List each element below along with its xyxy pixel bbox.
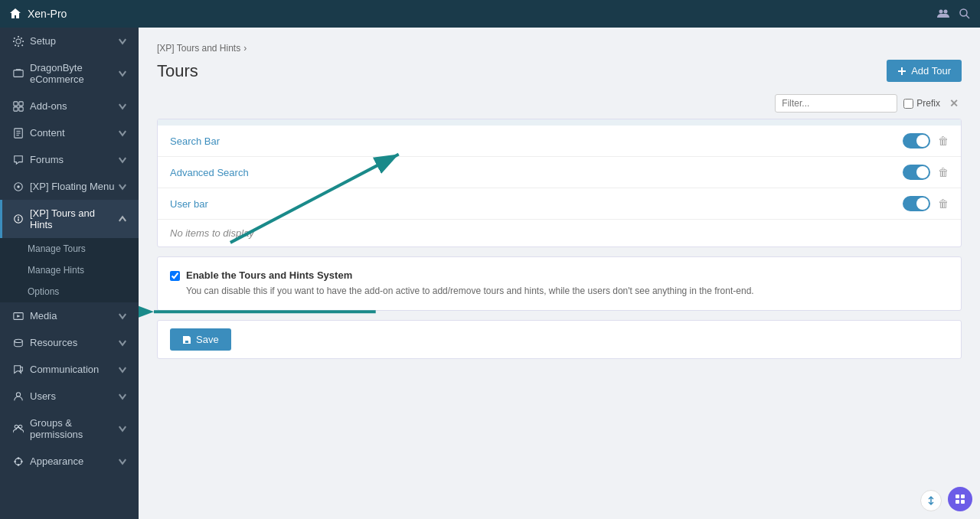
tour-delete-user-bar[interactable]: 🗑	[938, 197, 949, 210]
tour-row-advanced-search: Advanced Search 🗑	[158, 157, 961, 188]
sidebar-label-users: Users	[30, 390, 56, 402]
tour-delete-search-bar[interactable]: 🗑	[938, 135, 949, 147]
chevron-media	[117, 311, 128, 322]
add-tour-label: Add Tour	[911, 65, 951, 77]
topbar: Xen-Pro	[0, 0, 980, 28]
sidebar-item-tours-hints[interactable]: [XP] Tours and Hints	[0, 200, 139, 238]
filter-input[interactable]	[775, 94, 897, 113]
svg-rect-5	[14, 101, 18, 105]
chevron-setup	[117, 36, 128, 47]
chevron-communication	[117, 364, 128, 375]
sidebar-label-communication: Communication	[30, 364, 99, 375]
chevron-groups	[117, 423, 128, 434]
svg-point-0	[939, 10, 943, 14]
svg-rect-8	[19, 106, 23, 110]
tour-actions-user-bar: 🗑	[903, 196, 949, 211]
svg-rect-4	[14, 70, 23, 77]
tour-row-search-bar: Search Bar 🗑	[158, 126, 961, 157]
breadcrumb-separator: ›	[243, 43, 247, 54]
sidebar-submenu-manage-hints[interactable]: Manage Hints	[0, 260, 139, 281]
sidebar-item-communication[interactable]: Communication	[0, 356, 139, 383]
sidebar-label-setup: Setup	[30, 35, 56, 47]
sidebar-item-dragonbyte[interactable]: DragonByte eCommerce	[0, 54, 139, 93]
chevron-dragonbyte	[117, 68, 128, 79]
sidebar-item-groups[interactable]: Groups & permissions	[0, 410, 139, 448]
svg-line-3	[966, 15, 969, 18]
scroll-icon	[926, 495, 936, 506]
home-icon[interactable]	[9, 8, 21, 20]
add-tour-button[interactable]: Add Tour	[887, 60, 962, 82]
chevron-resources	[117, 338, 128, 348]
chevron-floating-menu	[117, 181, 128, 192]
sidebar-submenu-options[interactable]: Options	[0, 281, 139, 302]
tour-row-user-bar: User bar 🗑	[158, 188, 961, 220]
svg-point-1	[944, 10, 948, 14]
svg-point-20	[15, 339, 23, 342]
save-label: Save	[196, 334, 219, 345]
chevron-forums	[117, 155, 128, 165]
search-icon[interactable]	[959, 8, 971, 20]
sidebar-label-groups: Groups & permissions	[30, 417, 117, 440]
tour-toggle-advanced-search[interactable]	[903, 165, 930, 180]
sidebar-item-content[interactable]: Content	[0, 119, 139, 146]
sidebar-item-users[interactable]: Users	[0, 383, 139, 410]
widget-icon	[954, 493, 966, 505]
sidebar-item-addons[interactable]: Add-ons	[0, 93, 139, 119]
svg-point-27	[18, 464, 20, 466]
svg-rect-37	[956, 500, 959, 504]
save-button[interactable]: Save	[170, 328, 231, 351]
scroll-button[interactable]	[920, 490, 942, 511]
sidebar-label-forums: Forums	[30, 154, 64, 165]
widget-button[interactable]	[948, 487, 972, 511]
sidebar-item-forums[interactable]: Forums	[0, 146, 139, 173]
svg-rect-34	[898, 70, 906, 72]
sidebar-label-content: Content	[30, 127, 65, 139]
svg-point-16	[18, 217, 19, 218]
page-title-text: Tours	[157, 61, 198, 81]
sidebar-label-floating-menu: [XP] Floating Menu	[30, 181, 115, 192]
options-card: Enable the Tours and Hints System You ca…	[157, 256, 962, 311]
svg-point-2	[960, 9, 967, 16]
filter-close-button[interactable]: ✕	[946, 96, 962, 110]
sidebar-item-floating-menu[interactable]: [XP] Floating Menu	[0, 173, 139, 200]
chevron-addons	[117, 101, 128, 112]
tour-name-user-bar[interactable]: User bar	[170, 198, 208, 210]
community-icon[interactable]	[937, 8, 949, 20]
tour-name-advanced-search[interactable]: Advanced Search	[170, 167, 249, 178]
prefix-checkbox-group: Prefix	[903, 98, 940, 109]
breadcrumb-link[interactable]: [XP] Tours and Hints	[157, 43, 240, 54]
enable-checkbox[interactable]	[170, 271, 180, 281]
chevron-content	[117, 128, 128, 139]
svg-point-26	[21, 460, 23, 462]
main-content: [XP] Tours and Hints › Tours Add Tour Pr…	[139, 28, 980, 519]
sidebar-label-appearance: Appearance	[30, 455, 83, 467]
no-items-text: No items to display	[158, 220, 961, 246]
svg-rect-7	[14, 106, 18, 110]
prefix-checkbox[interactable]	[903, 99, 913, 109]
svg-point-28	[14, 460, 16, 462]
tour-name-search-bar[interactable]: Search Bar	[170, 135, 220, 147]
sidebar-item-appearance[interactable]: Appearance	[0, 448, 139, 475]
svg-rect-38	[961, 500, 965, 504]
save-icon	[182, 335, 191, 344]
sidebar-item-media[interactable]: Media	[0, 302, 139, 329]
svg-rect-6	[19, 101, 23, 105]
option-label: Enable the Tours and Hints System	[186, 269, 754, 281]
sidebar-submenu-manage-tours[interactable]: Manage Tours	[0, 238, 139, 260]
sidebar-label-media: Media	[30, 310, 57, 322]
sidebar: Setup DragonByte eCommerce Add-ons Conte…	[0, 28, 139, 519]
topbar-brand: Xen-Pro	[9, 8, 67, 20]
tour-toggle-user-bar[interactable]	[903, 196, 930, 211]
prefix-label: Prefix	[916, 98, 940, 109]
save-section: Save	[157, 320, 962, 359]
tours-hints-submenu: Manage Tours Manage Hints Options	[0, 238, 139, 302]
sidebar-item-setup[interactable]: Setup	[0, 28, 139, 54]
tour-delete-advanced-search[interactable]: 🗑	[938, 166, 949, 178]
svg-point-14	[17, 185, 20, 188]
svg-rect-36	[961, 495, 965, 498]
sidebar-item-resources[interactable]: Resources	[0, 329, 139, 356]
add-icon	[897, 67, 906, 76]
tour-toggle-search-bar[interactable]	[903, 133, 930, 149]
chevron-appearance	[117, 456, 128, 467]
enable-option: Enable the Tours and Hints System You ca…	[170, 269, 949, 298]
